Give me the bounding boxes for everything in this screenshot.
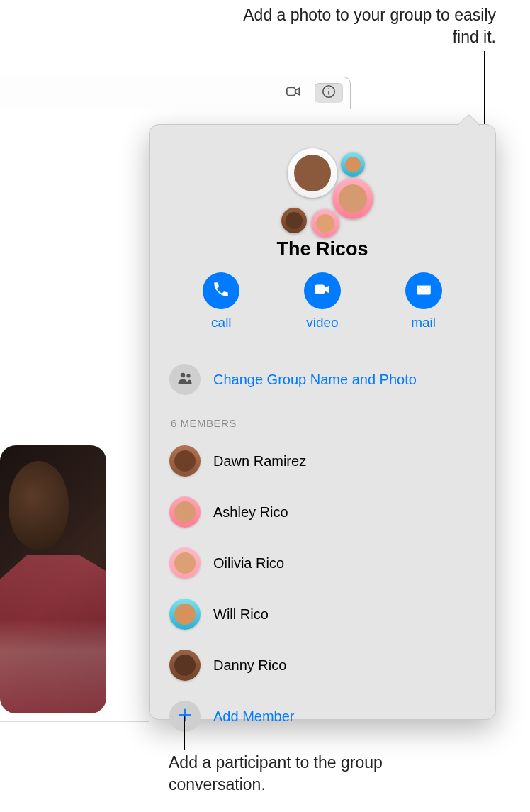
- avatar: [288, 148, 337, 198]
- svg-rect-4: [315, 285, 325, 294]
- avatar: [341, 152, 365, 177]
- svg-point-7: [186, 374, 190, 377]
- message-photo[interactable]: [0, 445, 106, 713]
- svg-point-6: [181, 373, 185, 377]
- window-chrome: [0, 77, 351, 109]
- action-row: call video mail: [150, 272, 495, 330]
- info-icon: [321, 84, 337, 102]
- divider: [0, 721, 149, 722]
- group-avatar-cluster[interactable]: [150, 143, 495, 235]
- member-name: Oilivia Rico: [213, 555, 284, 572]
- details-popover: The Ricos call video mail Change Group N…: [149, 124, 496, 720]
- mail-label: mail: [411, 315, 436, 330]
- avatar: [169, 650, 201, 681]
- annotation-top: Add a photo to your group to easily find…: [241, 4, 496, 48]
- add-member-label: Add Member: [213, 708, 295, 725]
- avatar: [169, 496, 201, 528]
- video-label: video: [306, 315, 338, 330]
- member-row[interactable]: Dawn Ramirez: [169, 435, 475, 486]
- member-name: Dawn Ramirez: [213, 453, 306, 469]
- video-button[interactable]: video: [294, 272, 351, 330]
- people-icon: [176, 369, 193, 389]
- call-button[interactable]: call: [193, 272, 249, 330]
- members-header: 6 MEMBERS: [171, 417, 237, 429]
- divider: [0, 757, 149, 757]
- member-name: Ashley Rico: [213, 504, 288, 521]
- group-name: The Ricos: [150, 238, 495, 260]
- video-icon: [313, 280, 332, 301]
- leader-line: [184, 716, 185, 750]
- camera-icon: [286, 84, 301, 102]
- member-row[interactable]: Will Rico: [169, 589, 475, 640]
- member-list: Dawn Ramirez Ashley Rico Oilivia Rico Wi…: [169, 435, 475, 742]
- avatar: [311, 209, 339, 238]
- change-group-name-photo[interactable]: Change Group Name and Photo: [169, 362, 475, 396]
- plus-icon: [177, 707, 193, 725]
- annotation-bottom: Add a participant to the group conversat…: [169, 752, 424, 796]
- call-label: call: [211, 315, 232, 330]
- svg-rect-0: [287, 88, 295, 96]
- member-row[interactable]: Danny Rico: [169, 640, 475, 691]
- avatar: [281, 208, 307, 233]
- avatar: [332, 178, 373, 219]
- phone-icon: [212, 280, 230, 301]
- avatar: [169, 445, 201, 477]
- mail-button[interactable]: mail: [395, 272, 452, 330]
- change-group-label: Change Group Name and Photo: [213, 372, 417, 388]
- member-name: Will Rico: [213, 606, 269, 623]
- add-member-button[interactable]: Add Member: [169, 691, 475, 742]
- avatar: [169, 599, 201, 630]
- facetime-button[interactable]: [279, 83, 308, 103]
- member-row[interactable]: Ashley Rico: [169, 486, 475, 538]
- member-row[interactable]: Oilivia Rico: [169, 538, 475, 589]
- avatar: [169, 547, 201, 579]
- conversation-background: [0, 109, 149, 647]
- member-name: Danny Rico: [213, 657, 286, 674]
- mail-icon: [415, 280, 433, 301]
- info-button[interactable]: [315, 83, 343, 103]
